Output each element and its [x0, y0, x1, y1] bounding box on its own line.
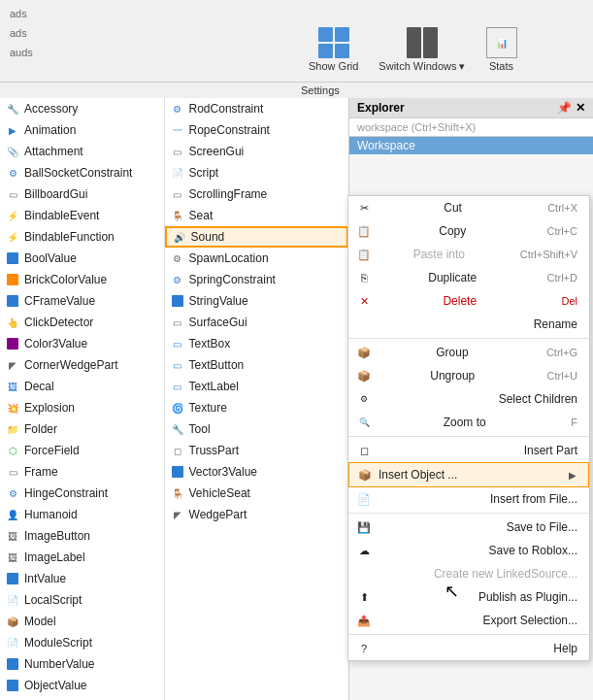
- publish-icon: ⬆: [356, 589, 372, 605]
- list-item[interactable]: StringValue: [165, 290, 348, 312]
- list-item[interactable]: ▭ ScrollingFrame: [165, 183, 348, 205]
- select-children-menu-item[interactable]: ⚙ Select Children: [348, 387, 589, 411]
- duplicate-label: Duplicate: [428, 271, 477, 284]
- list-item[interactable]: ▭ TextLabel: [165, 376, 348, 397]
- list-item[interactable]: ◻ Part: [0, 696, 164, 700]
- list-item[interactable]: BrickColorValue: [0, 269, 164, 290]
- create-linked-icon: [356, 566, 372, 582]
- list-item[interactable]: BoolValue: [0, 248, 164, 269]
- stats-button[interactable]: 📊 Stats: [478, 23, 525, 77]
- wedgepart-icon: ◤: [170, 507, 185, 522]
- list-item[interactable]: Vector3Value: [165, 461, 348, 483]
- save-to-roblox-menu-item[interactable]: ☁ Save to Roblox...: [348, 539, 589, 562]
- duplicate-menu-item[interactable]: ⎘ Duplicate Ctrl+D: [348, 266, 589, 289]
- explorer-search: workspace (Ctrl+Shift+X): [349, 118, 593, 137]
- list-item[interactable]: 🔧 Accessory: [0, 98, 164, 119]
- delete-menu-item[interactable]: ✕ Delete Del: [348, 289, 589, 313]
- list-item[interactable]: ▭ SurfaceGui: [165, 312, 348, 333]
- list-item[interactable]: 📄 Script: [165, 162, 348, 183]
- list-item[interactable]: ▭ TextButton: [165, 354, 348, 376]
- list-item[interactable]: 📦 Model: [0, 611, 164, 632]
- list-item[interactable]: ▭ TextBox: [165, 333, 348, 354]
- list-item[interactable]: ⚙ SpawnLocation: [165, 248, 348, 269]
- sound-list-item[interactable]: 🔊 Sound: [165, 226, 348, 248]
- list-item[interactable]: ⚙ RodConstraint: [165, 98, 348, 119]
- list-item[interactable]: 📄 LocalScript: [0, 589, 164, 611]
- rename-label: Rename: [534, 317, 577, 331]
- ungroup-shortcut: Ctrl+U: [547, 370, 577, 382]
- list-item[interactable]: ⚙ HingeConstraint: [0, 483, 164, 504]
- list-item[interactable]: ⚡ BindableFunction: [0, 226, 164, 248]
- list-item[interactable]: CFrameValue: [0, 290, 164, 312]
- list-item[interactable]: ◻ TrussPart: [165, 440, 348, 461]
- list-item[interactable]: 🖼 ImageLabel: [0, 547, 164, 568]
- context-menu: ✂ Cut Ctrl+X 📋 Copy Ctrl+C 📋 Paste into …: [347, 195, 590, 661]
- list-item[interactable]: IntValue: [0, 568, 164, 589]
- duplicate-shortcut: Ctrl+D: [547, 272, 577, 283]
- list-item[interactable]: 📄 ModuleScript: [0, 632, 164, 653]
- ungroup-menu-item[interactable]: 📦 Ungroup Ctrl+U: [348, 364, 589, 387]
- vector3value-icon: [170, 464, 185, 480]
- help-menu-item[interactable]: ? Help: [348, 637, 589, 660]
- explorer-close-icon[interactable]: ✕: [576, 101, 585, 115]
- insert-part-icon: ◻: [356, 443, 372, 458]
- list-item[interactable]: ▭ Frame: [0, 461, 164, 483]
- list-item[interactable]: ▭ ScreenGui: [165, 141, 348, 162]
- export-selection-menu-item[interactable]: 📤 Export Selection...: [348, 609, 589, 632]
- list-item[interactable]: 🪑 Seat: [165, 205, 348, 226]
- list-item[interactable]: ⬡ ForceField: [0, 440, 164, 461]
- pin-icon[interactable]: 📌: [557, 101, 572, 115]
- list-item[interactable]: ⚙ SpringConstraint: [165, 269, 348, 290]
- paste-into-menu-item: 📋 Paste into Ctrl+Shift+V: [348, 243, 589, 266]
- vector3value-label: Vector3Value: [189, 465, 258, 479]
- zoom-to-menu-item[interactable]: 🔍 Zoom to F: [348, 411, 589, 434]
- save-to-file-menu-item[interactable]: 💾 Save to File...: [348, 516, 589, 539]
- attachment-icon: 📎: [5, 144, 20, 159]
- model-label: Model: [24, 615, 56, 628]
- group-menu-item[interactable]: 📦 Group Ctrl+G: [348, 341, 589, 364]
- boolvalue-icon: [5, 250, 20, 266]
- list-item[interactable]: NumberValue: [0, 653, 164, 675]
- list-item[interactable]: 🔧 Tool: [165, 418, 348, 440]
- tool-label: Tool: [189, 422, 211, 436]
- list-item[interactable]: 💥 Explosion: [0, 397, 164, 418]
- list-item[interactable]: 🌀 Texture: [165, 397, 348, 418]
- list-item[interactable]: 🪑 VehicleSeat: [165, 483, 348, 504]
- clickdetector-label: ClickDetector: [24, 316, 93, 329]
- list-item[interactable]: 〰 RopeConstraint: [165, 119, 348, 141]
- insert-from-file-menu-item[interactable]: 📄 Insert from File...: [348, 487, 589, 511]
- textlabel-label: TextLabel: [189, 380, 239, 393]
- list-item[interactable]: 📁 Folder: [0, 418, 164, 440]
- zoom-to-icon: 🔍: [356, 415, 372, 430]
- list-item[interactable]: 👆 ClickDetector: [0, 312, 164, 333]
- list-item[interactable]: ▶ Animation: [0, 119, 164, 141]
- rename-menu-item[interactable]: Rename: [348, 313, 589, 336]
- rodconstraint-icon: ⚙: [170, 101, 185, 117]
- copy-shortcut: Ctrl+C: [547, 225, 577, 237]
- workspace-item[interactable]: Workspace: [349, 137, 593, 154]
- brickcolorvalue-icon: [5, 272, 20, 287]
- imagelabel-icon: 🖼: [5, 550, 20, 565]
- list-item[interactable]: Color3Value: [0, 333, 164, 354]
- list-item[interactable]: ◤ WedgePart: [165, 504, 348, 525]
- list-item[interactable]: 👤 Humanoid: [0, 504, 164, 525]
- forcefield-label: ForceField: [24, 444, 80, 457]
- list-item[interactable]: 🖼 Decal: [0, 376, 164, 397]
- list-item[interactable]: ◤ CornerWedgePart: [0, 354, 164, 376]
- list-item[interactable]: ▭ BillboardGui: [0, 183, 164, 205]
- list-item[interactable]: ObjectValue: [0, 675, 164, 696]
- copy-menu-item[interactable]: 📋 Copy Ctrl+C: [348, 219, 589, 243]
- ctx-separator-3: [348, 513, 589, 514]
- list-item[interactable]: 🖼 ImageButton: [0, 525, 164, 547]
- duplicate-icon: ⎘: [356, 270, 372, 285]
- show-grid-button[interactable]: Show Grid: [301, 23, 366, 77]
- publish-as-plugin-menu-item[interactable]: ⬆ Publish as Plugin...: [348, 585, 589, 609]
- list-item[interactable]: ⚡ BindableEvent: [0, 205, 164, 226]
- list-item[interactable]: 📎 Attachment: [0, 141, 164, 162]
- insert-object-menu-item[interactable]: 📦 Insert Object ... ▶: [348, 462, 589, 487]
- insert-part-menu-item[interactable]: ◻ Insert Part: [348, 439, 589, 462]
- cut-menu-item[interactable]: ✂ Cut Ctrl+X: [348, 196, 589, 219]
- switch-windows-button[interactable]: Switch Windows ▾: [371, 23, 473, 77]
- object-list: 🔧 Accessory ▶ Animation 📎 Attachment ⚙ B…: [0, 98, 349, 700]
- list-item[interactable]: ⚙ BallSocketConstraint: [0, 162, 164, 183]
